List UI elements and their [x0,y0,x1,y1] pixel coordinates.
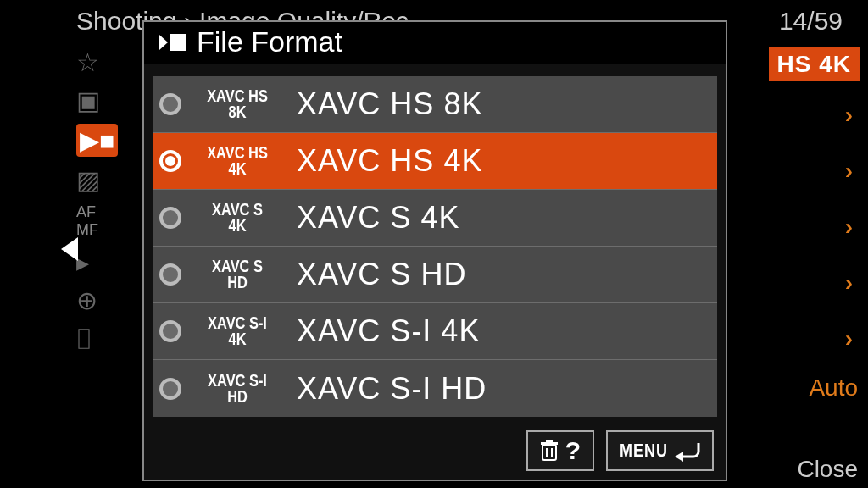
star-icon: ☆ [76,47,118,77]
camera-icon: ▣ [76,86,118,115]
format-icon-line2: 4K [201,218,273,234]
video-mode-icon: ▶■ [76,124,118,157]
page-counter: 14/59 [779,7,843,36]
format-icon: XAVC S-I4K [201,315,273,347]
option-row[interactable]: XAVC S-I4KXAVC S-I 4K [153,303,717,360]
option-row[interactable]: XAVC S-IHDXAVC S-I HD [153,360,717,417]
file-format-dialog: File Format XAVC HS8KXAVC HS 8KXAVC HS4K… [142,20,727,481]
format-icon: XAVC S4K [201,202,273,234]
exposure-icon: ▨ [76,165,118,195]
radio-icon [159,150,181,172]
back-triangle-icon [61,237,78,261]
option-label: XAVC S 4K [297,200,459,236]
trash-icon [540,440,559,462]
svg-marker-7 [675,452,683,462]
menu-label: MENU [620,440,668,461]
radio-icon [159,263,181,286]
format-icon: XAVC S-IHD [201,373,273,405]
dialog-title: File Format [197,25,342,58]
network-icon: ⊕ [76,286,118,315]
chevron-right-icon: › [845,214,853,241]
format-icon-line2: 4K [201,331,273,347]
option-row[interactable]: XAVC HS8KXAVC HS 8K [153,76,717,133]
chevron-right-icon: › [845,269,853,297]
format-icon-line2: 4K [201,161,273,177]
option-row[interactable]: XAVC SHDXAVC S HD [153,247,717,303]
video-mode-icon [158,31,188,53]
option-label: XAVC HS 8K [297,86,482,122]
radio-icon [159,378,181,400]
chevron-right-icon: › [845,158,853,185]
radio-icon [159,320,181,342]
af-mf-icon: AFMF [76,203,118,239]
svg-rect-1 [170,34,186,51]
svg-rect-2 [542,445,556,460]
help-label: ? [565,436,581,465]
right-chevrons: › › › › › [845,102,853,352]
playback-icon: ▸ [76,247,118,277]
format-icon-line2: HD [201,389,273,405]
svg-rect-4 [546,440,553,442]
format-icon: XAVC HS4K [201,145,273,177]
current-format-badge: HS 4K [769,47,860,81]
option-label: XAVC S-I HD [297,371,487,407]
radio-icon [159,93,181,115]
option-label: XAVC HS 4K [297,143,482,179]
option-label: XAVC S-I 4K [297,313,480,349]
dialog-footer: ? MENU [144,430,726,480]
radio-icon [159,207,181,229]
format-icon-line2: HD [201,274,273,291]
toolbox-icon: ⌷ [76,324,118,352]
menu-back-button[interactable]: MENU [606,430,714,471]
side-category-icons: ☆ ▣ ▶■ ▨ AFMF ▸ ⊕ ⌷ [76,47,118,352]
return-icon [675,440,700,462]
help-button[interactable]: ? [526,430,594,471]
auto-value: Auto [809,374,858,402]
svg-marker-0 [159,35,168,50]
option-label: XAVC S HD [297,257,466,292]
dialog-header: File Format [144,22,726,64]
options-list: XAVC HS8KXAVC HS 8KXAVC HS4KXAVC HS 4KXA… [153,76,717,417]
format-icon-line2: 8K [201,104,273,120]
chevron-right-icon: › [845,325,853,352]
format-icon: XAVC SHD [201,258,273,291]
option-row[interactable]: XAVC S4KXAVC S 4K [153,190,717,247]
svg-rect-3 [541,442,558,445]
option-row[interactable]: XAVC HS4KXAVC HS 4K [153,133,717,190]
chevron-right-icon: › [845,102,853,129]
format-icon: XAVC HS8K [201,88,273,120]
close-label: Close [797,456,858,483]
